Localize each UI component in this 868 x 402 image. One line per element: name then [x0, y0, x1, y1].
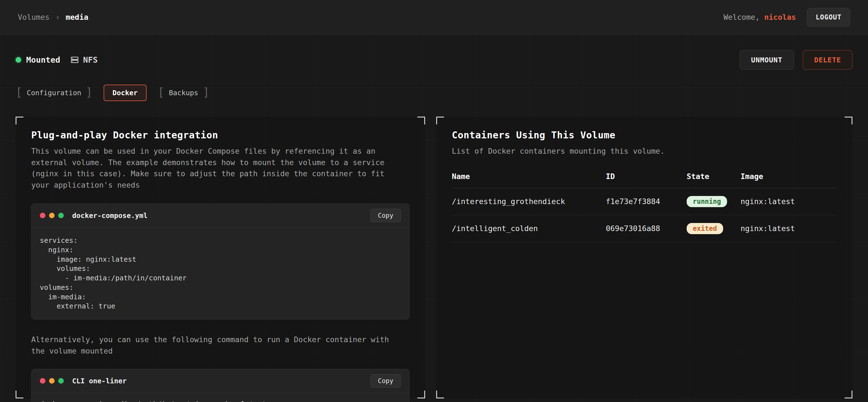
column-header-name: Name [452, 172, 606, 188]
breadcrumb: Volumes › media [18, 13, 88, 22]
status-row: Mounted NFS UNMOUNT DELETE [16, 50, 852, 70]
container-image-cell: nginx:latest [740, 188, 837, 215]
delete-button[interactable]: DELETE [803, 50, 852, 70]
table-header-row: Name ID State Image [452, 172, 837, 188]
container-id-cell: 069e73016a88 [606, 215, 687, 242]
volume-actions: UNMOUNT DELETE [740, 50, 852, 70]
cli-code-card: CLI one-liner Copy docker run -v im-medi… [31, 369, 409, 402]
breadcrumb-current: media [66, 13, 88, 22]
container-image-cell: nginx:latest [740, 215, 837, 242]
corner-bracket [436, 391, 444, 398]
tab-configuration[interactable]: [ Configuration ] [16, 88, 92, 99]
bracket-open-icon: [ [16, 87, 22, 98]
docker-integration-panel: Plug-and-play Docker integration This vo… [16, 116, 425, 398]
corner-bracket [16, 116, 23, 125]
docker-panel-description: This volume can be used in your Docker C… [31, 145, 399, 191]
bracket-close-icon: ] [203, 87, 210, 98]
traffic-dot-yellow-icon [49, 213, 55, 218]
mounted-label: Mounted [26, 55, 60, 65]
welcome-text: Welcome, nicolas [723, 13, 796, 22]
containers-panel-title: Containers Using This Volume [452, 129, 837, 141]
corner-bracket [417, 116, 425, 125]
server-stack-icon [70, 56, 79, 64]
app-root: Volumes › media Welcome, nicolas LOGOUT … [0, 0, 868, 402]
column-header-image: Image [740, 172, 837, 188]
column-header-state: State [687, 172, 740, 188]
breadcrumb-volumes-link[interactable]: Volumes [18, 13, 50, 22]
traffic-dot-yellow-icon [49, 378, 55, 383]
mounted-status-dot [16, 57, 21, 63]
tab-docker[interactable]: Docker [104, 85, 147, 101]
tab-backups-label: Backups [169, 89, 198, 97]
top-bar: Volumes › media Welcome, nicolas LOGOUT [0, 0, 868, 35]
status-badge: running [687, 196, 727, 207]
table-row: /intelligent_colden 069e73016a88 exited … [452, 215, 837, 242]
traffic-dot-red-icon [40, 378, 45, 383]
status-badge: exited [687, 223, 723, 234]
compose-code-card: docker-compose.yml Copy services: nginx:… [31, 203, 409, 320]
unmount-button[interactable]: UNMOUNT [740, 50, 794, 70]
tab-configuration-label: Configuration [27, 89, 81, 97]
cli-card-header: CLI one-liner Copy [31, 369, 409, 393]
main-content: Mounted NFS UNMOUNT DELETE [0, 35, 868, 402]
panels-row: Plug-and-play Docker integration This vo… [16, 116, 852, 398]
tab-bar: [ Configuration ] Docker [ Backups ] [16, 85, 852, 101]
container-id-cell: f1e73e7f3884 [606, 188, 687, 215]
traffic-dot-green-icon [58, 378, 64, 383]
tab-docker-label: Docker [113, 89, 137, 97]
copy-cli-button[interactable]: Copy [371, 374, 401, 388]
cli-code: docker run -v im-media:/path/in/containe… [31, 393, 409, 402]
copy-compose-button[interactable]: Copy [371, 209, 401, 222]
corner-bracket [436, 116, 444, 125]
compose-filename: docker-compose.yml [72, 211, 148, 220]
cli-intro-text: Alternatively, you can use the following… [31, 334, 399, 357]
volume-status: Mounted NFS [16, 55, 98, 65]
compose-code: services: nginx: image: nginx:latest vol… [31, 228, 409, 319]
container-name-cell: /intelligent_colden [452, 215, 606, 242]
container-state-cell: running [687, 188, 740, 215]
traffic-dot-red-icon [40, 213, 45, 218]
bracket-close-icon: ] [86, 87, 92, 98]
table-row: /interesting_grothendieck f1e73e7f3884 r… [452, 188, 837, 215]
containers-table: Name ID State Image /interesting_grothen… [452, 172, 837, 242]
corner-bracket [417, 391, 425, 398]
corner-bracket [845, 116, 852, 125]
containers-panel: Containers Using This Volume List of Doc… [436, 116, 852, 398]
corner-bracket [16, 391, 23, 398]
window-dots [40, 378, 64, 383]
username: nicolas [764, 13, 796, 22]
cli-filename: CLI one-liner [72, 377, 127, 385]
corner-bracket [845, 391, 852, 398]
fs-type-label: NFS [83, 55, 97, 65]
filesystem-type: NFS [70, 55, 97, 65]
docker-panel-title: Plug-and-play Docker integration [31, 129, 409, 141]
top-bar-right: Welcome, nicolas LOGOUT [723, 8, 850, 27]
welcome-prefix: Welcome, [723, 13, 760, 22]
chevron-right-icon: › [55, 13, 60, 22]
column-header-id: ID [606, 172, 687, 188]
tab-backups[interactable]: [ Backups ] [158, 88, 210, 99]
containers-panel-subtitle: List of Docker containers mounting this … [452, 145, 819, 157]
logout-button[interactable]: LOGOUT [807, 8, 850, 27]
container-name-cell: /interesting_grothendieck [452, 188, 606, 215]
container-state-cell: exited [687, 215, 740, 242]
window-dots [40, 213, 64, 218]
traffic-dot-green-icon [58, 213, 64, 218]
compose-card-header: docker-compose.yml Copy [31, 204, 409, 228]
bracket-open-icon: [ [158, 87, 164, 98]
